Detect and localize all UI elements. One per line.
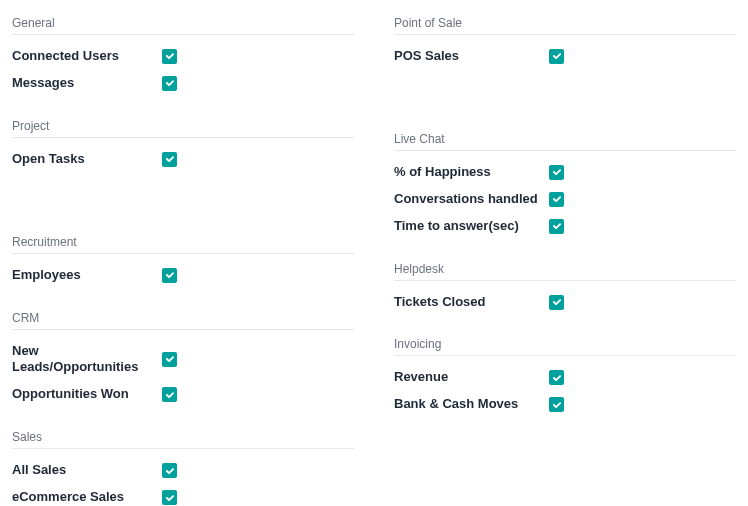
setting-label: Messages bbox=[12, 75, 162, 92]
section-title: Helpdesk bbox=[394, 262, 736, 281]
section-title: Invoicing bbox=[394, 337, 736, 356]
left-column: General Connected Users Messages Project… bbox=[12, 16, 354, 506]
setting-label: Opportunities Won bbox=[12, 386, 162, 403]
setting-row: Employees bbox=[12, 262, 354, 289]
section-project: Project Open Tasks bbox=[12, 119, 354, 173]
section-livechat: Live Chat % of Happiness Conversations h… bbox=[394, 132, 736, 240]
section-title: CRM bbox=[12, 311, 354, 330]
setting-label: Revenue bbox=[394, 369, 549, 386]
section-title: Project bbox=[12, 119, 354, 138]
setting-label: New Leads/Opportunities bbox=[12, 343, 162, 377]
setting-label: POS Sales bbox=[394, 48, 549, 65]
setting-row: % of Happiness bbox=[394, 159, 736, 186]
setting-row: eCommerce Sales bbox=[12, 484, 354, 506]
section-pos: Point of Sale POS Sales bbox=[394, 16, 736, 70]
checkbox-all-sales[interactable] bbox=[162, 463, 177, 478]
section-crm: CRM New Leads/Opportunities Opportunitie… bbox=[12, 311, 354, 409]
setting-row: POS Sales bbox=[394, 43, 736, 70]
section-helpdesk: Helpdesk Tickets Closed bbox=[394, 262, 736, 316]
setting-label: Employees bbox=[12, 267, 162, 284]
spacer bbox=[12, 195, 354, 235]
setting-row: Open Tasks bbox=[12, 146, 354, 173]
section-title: General bbox=[12, 16, 354, 35]
setting-row: Messages bbox=[12, 70, 354, 97]
section-title: Sales bbox=[12, 430, 354, 449]
setting-row: Tickets Closed bbox=[394, 289, 736, 316]
checkbox-tickets-closed[interactable] bbox=[549, 295, 564, 310]
section-title: Live Chat bbox=[394, 132, 736, 151]
checkbox-ecommerce-sales[interactable] bbox=[162, 490, 177, 505]
settings-columns: General Connected Users Messages Project… bbox=[12, 16, 736, 506]
setting-label: Open Tasks bbox=[12, 151, 162, 168]
spacer bbox=[394, 92, 736, 132]
setting-label: Bank & Cash Moves bbox=[394, 396, 549, 413]
checkbox-connected-users[interactable] bbox=[162, 49, 177, 64]
setting-label: Connected Users bbox=[12, 48, 162, 65]
setting-label: All Sales bbox=[12, 462, 162, 479]
setting-label: Conversations handled bbox=[394, 191, 549, 208]
setting-row: All Sales bbox=[12, 457, 354, 484]
section-general: General Connected Users Messages bbox=[12, 16, 354, 97]
setting-row: Conversations handled bbox=[394, 186, 736, 213]
section-sales: Sales All Sales eCommerce Sales bbox=[12, 430, 354, 506]
setting-label: Tickets Closed bbox=[394, 294, 549, 311]
setting-row: Connected Users bbox=[12, 43, 354, 70]
right-column: Point of Sale POS Sales Live Chat % of H… bbox=[394, 16, 736, 506]
setting-row: New Leads/Opportunities bbox=[12, 338, 354, 382]
checkbox-messages[interactable] bbox=[162, 76, 177, 91]
setting-label: eCommerce Sales bbox=[12, 489, 162, 506]
checkbox-revenue[interactable] bbox=[549, 370, 564, 385]
section-title: Recruitment bbox=[12, 235, 354, 254]
checkbox-bank-cash[interactable] bbox=[549, 397, 564, 412]
section-title: Point of Sale bbox=[394, 16, 736, 35]
checkbox-open-tasks[interactable] bbox=[162, 152, 177, 167]
setting-row: Bank & Cash Moves bbox=[394, 391, 736, 418]
section-invoicing: Invoicing Revenue Bank & Cash Moves bbox=[394, 337, 736, 418]
checkbox-conversations[interactable] bbox=[549, 192, 564, 207]
setting-row: Opportunities Won bbox=[12, 381, 354, 408]
section-recruitment: Recruitment Employees bbox=[12, 235, 354, 289]
setting-label: % of Happiness bbox=[394, 164, 549, 181]
setting-row: Time to answer(sec) bbox=[394, 213, 736, 240]
checkbox-time-to-answer[interactable] bbox=[549, 219, 564, 234]
checkbox-happiness[interactable] bbox=[549, 165, 564, 180]
setting-label: Time to answer(sec) bbox=[394, 218, 549, 235]
checkbox-new-leads[interactable] bbox=[162, 352, 177, 367]
checkbox-employees[interactable] bbox=[162, 268, 177, 283]
checkbox-pos-sales[interactable] bbox=[549, 49, 564, 64]
checkbox-opportunities-won[interactable] bbox=[162, 387, 177, 402]
setting-row: Revenue bbox=[394, 364, 736, 391]
